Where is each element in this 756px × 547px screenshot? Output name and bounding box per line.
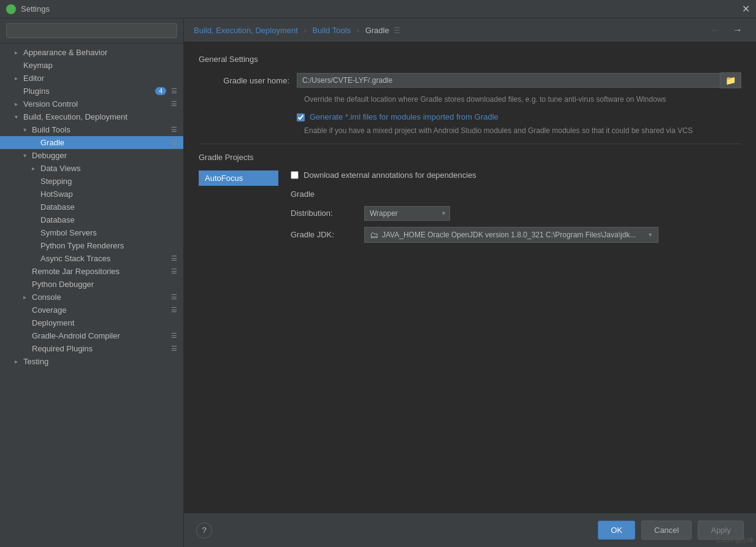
sidebar-item-python-debugger[interactable]: Python Debugger [0, 278, 183, 291]
sidebar-item-database2[interactable]: Database [0, 213, 183, 226]
sidebar-item-label: Build, Execution, Deployment [23, 112, 177, 121]
bottom-bar: ? OK Cancel Apply [184, 513, 756, 547]
distribution-select[interactable]: Wrapper Local installation Specified loc… [364, 206, 450, 221]
sidebar-item-plugins[interactable]: Plugins4☰ [0, 85, 183, 98]
download-checkbox[interactable] [291, 171, 299, 179]
sidebar-item-version-control[interactable]: ▸Version Control☰ [0, 98, 183, 110]
sidebar-item-label: Version Control [23, 99, 169, 109]
breadcrumb-nav: ← → [707, 23, 746, 37]
jdk-icon: 🗂 [370, 230, 378, 240]
sidebar-item-label: Stepping [40, 177, 177, 186]
sidebar-item-label: Console [32, 293, 169, 302]
iml-checkbox-hint: Enable if you have a mixed project with … [304, 126, 741, 135]
pin-icon: ☰ [171, 332, 177, 340]
content-area: Build, Execution, Deployment › Build Too… [184, 18, 756, 547]
distribution-select-container: Wrapper Local installation Specified loc… [364, 206, 450, 221]
sidebar-item-label: Python Debugger [32, 280, 177, 289]
sidebar-item-build-exec-deploy[interactable]: ▾Build, Execution, Deployment [0, 110, 183, 123]
pin-icon: ☰ [171, 139, 177, 147]
divider [199, 143, 741, 144]
sidebar-item-build-tools[interactable]: ▾Build Tools☰ [0, 123, 183, 136]
watermark: CSDN @丘峰 [716, 536, 754, 545]
search-box [0, 18, 183, 44]
ok-button[interactable]: OK [598, 521, 635, 540]
tree-arrow-icon: ▸ [15, 358, 23, 365]
sidebar-item-label: Gradle-Android Compiler [32, 331, 169, 340]
back-button[interactable]: ← [707, 23, 724, 37]
sidebar-item-label: Required Plugins [32, 344, 169, 353]
sidebar-item-label: Debugger [32, 151, 177, 160]
gradle-user-home-input-wrap: 📁 [297, 72, 741, 88]
sidebar-item-label: Database [40, 202, 177, 212]
scroll-icon: ☰ [394, 26, 400, 35]
sidebar-item-label: HotSwap [40, 189, 177, 199]
sidebar-item-symbol-servers[interactable]: Symbol Servers [0, 226, 183, 239]
sidebar-item-label: Database [40, 215, 177, 224]
gradle-projects-title: Gradle Projects [199, 153, 741, 162]
sidebar-item-deployment[interactable]: Deployment [0, 316, 183, 329]
sidebar-item-label: Coverage [32, 305, 169, 315]
sidebar-item-remote-jar[interactable]: Remote Jar Repositories☰ [0, 265, 183, 278]
close-button[interactable]: ✕ [742, 3, 750, 15]
gradle-user-home-input[interactable] [297, 73, 720, 88]
titlebar: Settings ✕ [0, 0, 756, 18]
jdk-row: Gradle JDK: 🗂 JAVA_HOME Oracle OpenJDK v… [291, 227, 741, 243]
sidebar-item-console[interactable]: ▸Console☰ [0, 291, 183, 304]
gradle-user-home-folder-button[interactable]: 📁 [720, 72, 741, 88]
sidebar-badge: 4 [155, 87, 166, 95]
gradle-user-home-row: Gradle user home: 📁 [199, 72, 741, 88]
sidebar-item-gradle-android[interactable]: Gradle-Android Compiler☰ [0, 329, 183, 342]
gradle-subsection-title: Gradle [291, 189, 741, 199]
sidebar-item-label: Async Stack Traces [40, 254, 169, 263]
sidebar-item-label: Gradle [40, 138, 169, 147]
sidebar-item-database1[interactable]: Database [0, 201, 183, 213]
jdk-select-container[interactable]: 🗂 JAVA_HOME Oracle OpenJDK version 1.8.0… [364, 227, 659, 243]
sidebar-item-label: Testing [23, 357, 177, 366]
iml-checkbox-row: Generate *.iml files for modules importe… [199, 112, 741, 121]
sidebar-item-testing[interactable]: ▸Testing [0, 355, 183, 368]
sidebar-item-stepping[interactable]: Stepping [0, 175, 183, 188]
tree-arrow-icon: ▾ [23, 152, 32, 159]
cancel-button[interactable]: Cancel [641, 521, 692, 540]
breadcrumb-build-exec[interactable]: Build, Execution, Deployment [194, 26, 298, 35]
breadcrumb-sep-1: › [304, 26, 306, 35]
window-title: Settings [21, 4, 50, 13]
pin-icon: ☰ [171, 126, 177, 134]
distribution-label: Distribution: [291, 208, 364, 218]
settings-content: General Settings Gradle user home: 📁 Ove… [184, 42, 756, 513]
sidebar-item-keymap[interactable]: Keymap [0, 59, 183, 72]
main-layout: ▸Appearance & BehaviorKeymap▸EditorPlugi… [0, 18, 756, 547]
tree-arrow-icon: ▸ [32, 165, 40, 172]
sidebar-item-hotswap[interactable]: HotSwap [0, 188, 183, 201]
sidebar-item-label: Plugins [23, 86, 155, 96]
sidebar-item-coverage[interactable]: Coverage☰ [0, 304, 183, 316]
projects-list: AutoFocus [199, 170, 278, 249]
iml-checkbox[interactable] [297, 113, 305, 121]
download-label: Download external annotations for depend… [304, 170, 476, 180]
pin-icon: ☰ [171, 87, 177, 95]
sidebar-item-required-plugins[interactable]: Required Plugins☰ [0, 342, 183, 355]
tree-arrow-icon: ▸ [23, 294, 32, 300]
sidebar-item-debugger[interactable]: ▾Debugger [0, 149, 183, 162]
sidebar-item-appearance[interactable]: ▸Appearance & Behavior [0, 46, 183, 59]
sidebar-item-gradle[interactable]: Gradle☰ [0, 136, 183, 149]
sidebar-item-editor[interactable]: ▸Editor [0, 72, 183, 85]
general-settings-title: General Settings [199, 55, 741, 64]
help-button[interactable]: ? [196, 522, 212, 538]
search-input[interactable] [6, 23, 177, 38]
sidebar: ▸Appearance & BehaviorKeymap▸EditorPlugi… [0, 18, 184, 547]
sidebar-item-label: Appearance & Behavior [23, 48, 177, 57]
breadcrumb-build-tools[interactable]: Build Tools [312, 26, 351, 35]
pin-icon: ☰ [171, 100, 177, 108]
sidebar-item-label: Data Views [40, 164, 177, 173]
sidebar-item-label: Symbol Servers [40, 228, 177, 237]
projects-layout: AutoFocus Download external annotations … [199, 170, 741, 249]
sidebar-item-data-views[interactable]: ▸Data Views [0, 162, 183, 175]
tree-arrow-icon: ▸ [15, 49, 23, 56]
sidebar-item-async-stack-traces[interactable]: Async Stack Traces☰ [0, 252, 183, 265]
project-item-autofocus[interactable]: AutoFocus [199, 170, 278, 186]
tree-arrow-icon: ▸ [15, 101, 23, 107]
tree-arrow-icon: ▸ [15, 75, 23, 82]
sidebar-item-python-type-renderers[interactable]: Python Type Renderers [0, 239, 183, 252]
forward-button[interactable]: → [729, 23, 746, 37]
